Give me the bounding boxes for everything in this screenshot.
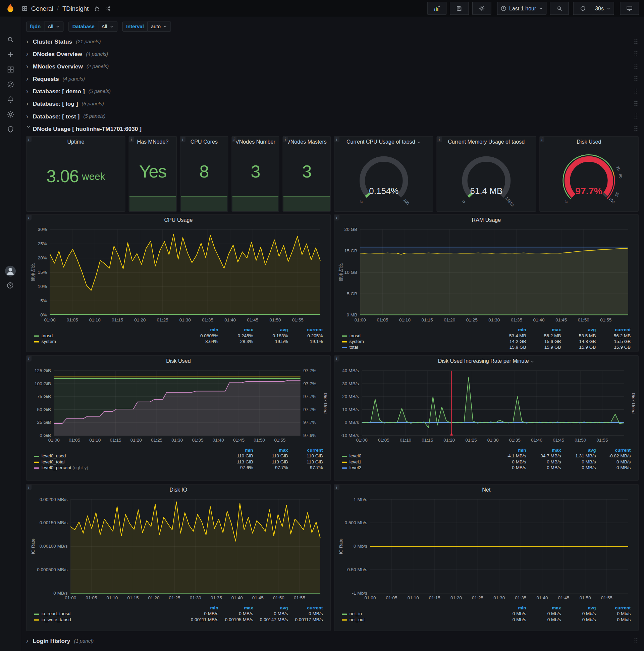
row-drag-handle[interactable] — [634, 100, 638, 107]
legend-series-io_read_taosd[interactable]: io_read_taosd — [32, 611, 186, 616]
breadcrumb-dashboard-title[interactable]: TDinsight — [62, 5, 89, 12]
legend-series-system[interactable]: system — [32, 338, 186, 344]
panel-title[interactable]: Uptime — [27, 136, 125, 147]
panel-info-icon[interactable]: i — [27, 356, 32, 362]
row-drag-handle[interactable] — [634, 51, 638, 57]
dashboard-row-login-history[interactable]: › Login History (1 panel) — [26, 636, 639, 645]
panel-info-icon[interactable]: i — [334, 136, 340, 142]
dashboard-row-requests[interactable]: › Requests (4 panels) — [26, 74, 639, 83]
breadcrumb-folder[interactable]: General — [31, 5, 53, 12]
panel-title[interactable]: Current Memory Usage of taosd — [437, 136, 536, 147]
row-drag-handle[interactable] — [634, 63, 638, 69]
legend-series-level0_percent[interactable]: level0_percent (right-y) — [32, 464, 221, 470]
panel-info-icon[interactable]: i — [283, 136, 288, 142]
panel-title[interactable]: CPU Cores — [181, 136, 228, 147]
legend-col-avg[interactable]: avg — [256, 605, 290, 610]
row-drag-handle[interactable] — [634, 125, 638, 132]
legend-series-system[interactable]: system — [340, 338, 494, 344]
legend-col-current[interactable]: current — [599, 327, 633, 333]
legend-col-min[interactable]: min — [186, 327, 221, 333]
sidebar-item-dashboards[interactable] — [0, 62, 21, 77]
refresh-button[interactable] — [573, 2, 592, 15]
legend-col-max[interactable]: max — [256, 447, 290, 453]
ram-usage-chart[interactable]: 20 GB15 GB10 GB5 GB0 MB01:0001:0501:1001… — [338, 225, 635, 326]
row-drag-handle[interactable] — [634, 88, 638, 94]
dashboard-row-dnode-usage[interactable]: › DNode Usage [ huolinhe-TM1701:6030 ] — [26, 124, 639, 133]
sidebar-item-create[interactable] — [0, 47, 21, 62]
panel-info-icon[interactable]: i — [437, 136, 442, 142]
legend-col-max[interactable]: max — [528, 605, 564, 610]
panel-info-icon[interactable]: i — [181, 136, 186, 142]
sidebar-item-configuration[interactable] — [0, 107, 21, 122]
legend-series-level0_total[interactable]: level0_total — [32, 459, 221, 464]
disk-used-chart[interactable]: 125 GiB97.7%100 GiB97.7%75 GiB97.7%50 Gi… — [30, 366, 327, 446]
dashboard-row-database-test[interactable]: › Database: [ test ] (5 panels) — [26, 112, 639, 121]
zoom-out-time-button[interactable] — [550, 2, 569, 15]
cpu-usage-chart[interactable]: 30%25%20%15%10%5%0%01:0001:0501:1001:150… — [30, 225, 327, 326]
disk-io-chart[interactable]: 0.00200 MB/s0.00150 MB/s0.00100 MB/s0.00… — [30, 495, 327, 604]
legend-col-current[interactable]: current — [290, 605, 325, 610]
tv-mode-button[interactable] — [620, 2, 639, 15]
panel-info-icon[interactable]: i — [232, 136, 237, 142]
legend-col-avg[interactable]: avg — [564, 605, 599, 610]
legend-series-io_write_taosd[interactable]: io_write_taosd — [32, 616, 186, 622]
dashboard-row-mnodes-overview[interactable]: › MNodes Overview (2 panels) — [26, 61, 639, 71]
legend-col-avg[interactable]: avg — [564, 327, 599, 333]
panel-info-icon[interactable]: i — [540, 136, 545, 142]
grafana-logo[interactable] — [0, 3, 21, 13]
legend-col-current[interactable]: current — [599, 605, 633, 610]
add-panel-button[interactable] — [427, 2, 446, 15]
row-drag-handle[interactable] — [634, 113, 638, 119]
panel-info-icon[interactable]: i — [334, 356, 340, 362]
panel-title[interactable]: Disk Used — [540, 136, 638, 147]
row-drag-handle[interactable] — [634, 638, 638, 644]
dashboard-settings-button[interactable] — [472, 2, 491, 15]
legend-series-level0[interactable]: level0 — [340, 453, 494, 459]
legend-series-net_in[interactable]: net_in — [340, 611, 494, 616]
legend-col-max[interactable]: max — [221, 327, 256, 333]
legend-series-taosd[interactable]: taosd — [32, 333, 186, 338]
user-avatar[interactable] — [5, 266, 16, 277]
row-drag-handle[interactable] — [634, 38, 638, 44]
panel-title[interactable]: Has MNode? — [129, 136, 176, 147]
legend-col-min[interactable]: min — [494, 605, 528, 610]
legend-col-max[interactable]: max — [528, 447, 564, 453]
panel-info-icon[interactable]: i — [27, 215, 32, 220]
dashboard-row-dnodes-overview[interactable]: › DNodes Overview (4 panels) — [26, 49, 639, 58]
legend-series-level0_used[interactable]: level0_used — [32, 453, 221, 459]
legend-col-avg[interactable]: avg — [256, 327, 290, 333]
variable-value-dropdown[interactable]: All — [98, 22, 118, 32]
panel-info-icon[interactable]: i — [334, 485, 340, 490]
refresh-interval-picker[interactable]: 30s — [592, 2, 614, 15]
dashboard-row-database-demo[interactable]: › Database: [ demo ] (5 panels) — [26, 86, 639, 96]
sidebar-item-alerting[interactable] — [0, 92, 21, 107]
share-icon[interactable] — [105, 5, 111, 11]
panel-info-icon[interactable]: i — [27, 485, 32, 490]
panel-title[interactable]: Disk IO — [27, 485, 330, 495]
panel-info-icon[interactable]: i — [27, 136, 32, 142]
row-drag-handle[interactable] — [634, 75, 638, 82]
panel-title[interactable]: Disk Used Increasing Rate per Minute — [334, 356, 638, 366]
panel-title[interactable]: Current CPU Usage of taosd — [334, 136, 433, 147]
legend-col-max[interactable]: max — [528, 327, 564, 333]
legend-col-current[interactable]: current — [290, 447, 325, 453]
legend-series-total[interactable]: total — [340, 344, 494, 350]
disk-rate-chart[interactable]: 40 MB/s30 MB/s20 MB/s10 MB/s0 MB/s-10 MB… — [338, 366, 635, 446]
sidebar-item-search[interactable] — [0, 32, 21, 47]
legend-col-current[interactable]: current — [290, 327, 325, 333]
legend-col-avg[interactable]: avg — [564, 447, 599, 453]
legend-col-current[interactable]: current — [599, 447, 633, 453]
panel-info-icon[interactable]: i — [334, 215, 340, 220]
legend-series-level2[interactable]: level2 — [340, 464, 494, 470]
legend-series-taosd[interactable]: taosd — [340, 333, 494, 338]
panel-title[interactable]: VNodes Masters — [283, 136, 330, 147]
legend-col-min[interactable]: min — [221, 447, 256, 453]
panel-title[interactable]: Net — [334, 485, 638, 495]
legend-col-min[interactable]: min — [494, 447, 528, 453]
sidebar-item-server-admin[interactable] — [0, 122, 21, 136]
variable-value-dropdown[interactable]: All — [44, 22, 64, 32]
panel-title[interactable]: Disk Used — [27, 356, 330, 366]
panel-info-icon[interactable]: i — [129, 136, 134, 142]
help-button[interactable] — [6, 282, 14, 291]
dashboard-row-database-log[interactable]: › Database: [ log ] (5 panels) — [26, 99, 639, 108]
